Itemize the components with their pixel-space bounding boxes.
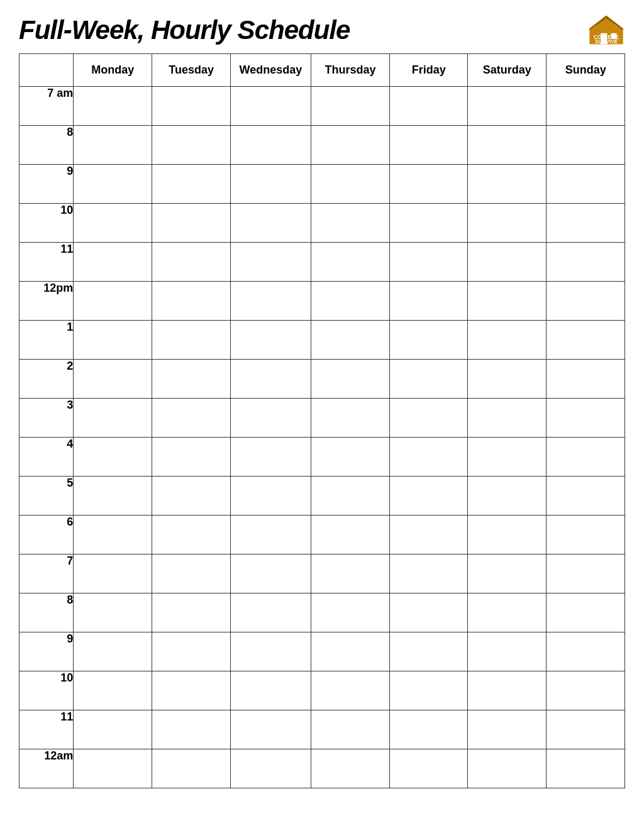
schedule-cell[interactable] [152, 477, 231, 516]
schedule-cell[interactable] [231, 477, 311, 516]
schedule-cell[interactable] [231, 710, 311, 749]
schedule-cell[interactable] [152, 165, 231, 204]
schedule-cell[interactable] [467, 399, 547, 438]
schedule-cell[interactable] [231, 516, 311, 554]
schedule-cell[interactable] [547, 204, 625, 243]
schedule-cell[interactable] [547, 477, 625, 516]
schedule-cell[interactable] [467, 632, 547, 671]
schedule-cell[interactable] [547, 165, 625, 204]
schedule-cell[interactable] [311, 749, 390, 788]
schedule-cell[interactable] [74, 360, 152, 399]
schedule-cell[interactable] [390, 243, 468, 282]
schedule-cell[interactable] [547, 671, 625, 710]
schedule-cell[interactable] [467, 87, 547, 126]
schedule-cell[interactable] [311, 710, 390, 749]
schedule-cell[interactable] [467, 126, 547, 165]
schedule-cell[interactable] [152, 516, 231, 554]
schedule-cell[interactable] [390, 632, 468, 671]
schedule-cell[interactable] [152, 632, 231, 671]
schedule-cell[interactable] [467, 282, 547, 321]
schedule-cell[interactable] [152, 87, 231, 126]
schedule-cell[interactable] [547, 399, 625, 438]
schedule-cell[interactable] [390, 204, 468, 243]
schedule-cell[interactable] [547, 516, 625, 554]
schedule-cell[interactable] [74, 593, 152, 632]
schedule-cell[interactable] [547, 243, 625, 282]
schedule-cell[interactable] [311, 593, 390, 632]
schedule-cell[interactable] [467, 710, 547, 749]
schedule-cell[interactable] [467, 516, 547, 554]
schedule-cell[interactable] [74, 710, 152, 749]
schedule-cell[interactable] [547, 593, 625, 632]
schedule-cell[interactable] [547, 710, 625, 749]
schedule-cell[interactable] [311, 399, 390, 438]
schedule-cell[interactable] [311, 554, 390, 593]
schedule-cell[interactable] [311, 165, 390, 204]
schedule-cell[interactable] [311, 477, 390, 516]
schedule-cell[interactable] [74, 204, 152, 243]
schedule-cell[interactable] [467, 438, 547, 477]
schedule-cell[interactable] [390, 710, 468, 749]
schedule-cell[interactable] [152, 321, 231, 360]
schedule-cell[interactable] [74, 87, 152, 126]
schedule-cell[interactable] [390, 321, 468, 360]
schedule-cell[interactable] [390, 477, 468, 516]
schedule-cell[interactable] [467, 204, 547, 243]
schedule-cell[interactable] [311, 438, 390, 477]
schedule-cell[interactable] [390, 165, 468, 204]
schedule-cell[interactable] [311, 360, 390, 399]
schedule-cell[interactable] [74, 632, 152, 671]
schedule-cell[interactable] [390, 749, 468, 788]
schedule-cell[interactable] [547, 126, 625, 165]
schedule-cell[interactable] [467, 477, 547, 516]
schedule-cell[interactable] [547, 360, 625, 399]
schedule-cell[interactable] [311, 632, 390, 671]
schedule-cell[interactable] [231, 243, 311, 282]
schedule-cell[interactable] [390, 360, 468, 399]
schedule-cell[interactable] [467, 360, 547, 399]
schedule-cell[interactable] [467, 593, 547, 632]
schedule-cell[interactable] [231, 321, 311, 360]
schedule-cell[interactable] [231, 204, 311, 243]
schedule-cell[interactable] [311, 671, 390, 710]
schedule-cell[interactable] [74, 243, 152, 282]
schedule-cell[interactable] [231, 126, 311, 165]
schedule-cell[interactable] [74, 516, 152, 554]
schedule-cell[interactable] [152, 282, 231, 321]
schedule-cell[interactable] [231, 399, 311, 438]
schedule-cell[interactable] [152, 554, 231, 593]
schedule-cell[interactable] [152, 710, 231, 749]
schedule-cell[interactable] [390, 554, 468, 593]
schedule-cell[interactable] [74, 126, 152, 165]
schedule-cell[interactable] [311, 126, 390, 165]
schedule-cell[interactable] [231, 749, 311, 788]
schedule-cell[interactable] [152, 126, 231, 165]
schedule-cell[interactable] [231, 593, 311, 632]
schedule-cell[interactable] [231, 87, 311, 126]
schedule-cell[interactable] [74, 554, 152, 593]
schedule-cell[interactable] [547, 321, 625, 360]
schedule-cell[interactable] [152, 671, 231, 710]
schedule-cell[interactable] [152, 749, 231, 788]
schedule-cell[interactable] [152, 399, 231, 438]
schedule-cell[interactable] [74, 671, 152, 710]
schedule-cell[interactable] [231, 165, 311, 204]
schedule-cell[interactable] [547, 438, 625, 477]
schedule-cell[interactable] [547, 87, 625, 126]
schedule-cell[interactable] [152, 243, 231, 282]
schedule-cell[interactable] [74, 399, 152, 438]
schedule-cell[interactable] [390, 126, 468, 165]
schedule-cell[interactable] [467, 671, 547, 710]
schedule-cell[interactable] [311, 243, 390, 282]
schedule-cell[interactable] [231, 438, 311, 477]
schedule-cell[interactable] [390, 282, 468, 321]
schedule-cell[interactable] [467, 243, 547, 282]
schedule-cell[interactable] [547, 554, 625, 593]
schedule-cell[interactable] [467, 749, 547, 788]
schedule-cell[interactable] [231, 360, 311, 399]
schedule-cell[interactable] [390, 87, 468, 126]
schedule-cell[interactable] [311, 87, 390, 126]
schedule-cell[interactable] [74, 165, 152, 204]
schedule-cell[interactable] [467, 165, 547, 204]
schedule-cell[interactable] [311, 321, 390, 360]
